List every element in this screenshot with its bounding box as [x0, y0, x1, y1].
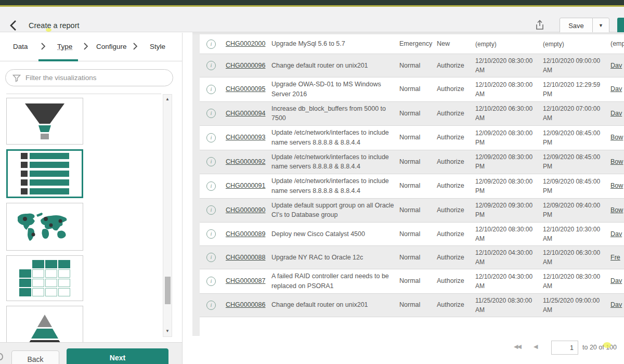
funnel-chart-icon — [20, 102, 70, 140]
viz-list-scrollbar[interactable]: ▲ ▼ — [163, 94, 172, 337]
assigned-to-link[interactable]: Bow — [610, 134, 623, 141]
priority-cell: Normal — [399, 157, 437, 167]
change-number-link[interactable]: CHG0000093 — [226, 134, 265, 141]
assigned-to-link[interactable]: Dav — [610, 277, 622, 284]
assigned-to-link[interactable]: Dav — [610, 110, 622, 117]
first-page-icon[interactable]: ◀◀ — [514, 343, 521, 350]
viz-thumbnail-pyramid-chart[interactable] — [6, 306, 83, 342]
table-row: i CHG0000086 Change default router on un… — [200, 294, 624, 317]
info-icon[interactable]: i — [206, 157, 216, 166]
step-configure[interactable]: Configure — [96, 43, 127, 50]
info-icon[interactable]: i — [206, 277, 216, 286]
step-style[interactable]: Style — [150, 43, 165, 50]
info-icon[interactable]: i — [206, 181, 216, 191]
change-number-link[interactable]: CHG0000090 — [226, 206, 265, 214]
info-icon[interactable]: i — [206, 205, 216, 215]
planned-start-cell: 12/10/2020 06:30:00 AM — [475, 104, 543, 123]
change-number-link[interactable]: CHG0000094 — [226, 110, 265, 117]
priority-cell: Normal — [399, 300, 437, 310]
assigned-to-link[interactable]: Dav — [610, 230, 622, 238]
info-icon[interactable]: i — [206, 61, 216, 70]
short-description-cell: Upgrade OWA-SD-01 to MS Windows Server 2… — [271, 80, 399, 99]
change-number-link[interactable]: CHG0000092 — [226, 158, 265, 165]
info-icon[interactable]: i — [206, 301, 216, 310]
state-cell: Authorize — [437, 300, 475, 310]
state-cell: Authorize — [437, 229, 475, 239]
change-number-link[interactable]: CHG0000091 — [226, 182, 265, 189]
change-number-link[interactable]: CHG0000088 — [226, 254, 265, 261]
info-icon[interactable]: i — [206, 133, 216, 142]
planned-start-cell: 12/09/2020 08:30:00 PM — [475, 128, 543, 147]
short-description-cell: Change default router on unix201 — [271, 61, 399, 71]
state-cell: Authorize — [437, 253, 475, 263]
state-cell: Authorize — [437, 84, 475, 94]
viz-thumbnail-world-map-chart[interactable] — [6, 203, 83, 251]
back-button[interactable]: Back — [11, 350, 59, 364]
info-icon[interactable]: i — [206, 109, 216, 118]
table-row: i CHG0000089 Deploy new Cisco Catalyst 4… — [200, 223, 624, 246]
state-cell: Authorize — [437, 276, 475, 286]
planned-end-cell: (empty) — [543, 40, 610, 49]
save-menu-button[interactable]: ▼ — [592, 18, 609, 34]
step-type[interactable]: Type — [57, 43, 72, 50]
short-description-cell: Update /etc/network/interfaces to includ… — [271, 128, 399, 148]
planned-end-cell: 12/10/2020 06:30:00 AM — [543, 248, 610, 267]
info-icon[interactable]: i — [206, 85, 216, 94]
scroll-up-icon[interactable]: ▲ — [163, 97, 172, 101]
table-row: i CHG0000087 A failed RAID controller ca… — [200, 269, 624, 294]
assigned-to-link[interactable]: Bow — [610, 206, 623, 214]
change-number-link[interactable]: CHG0000089 — [226, 230, 265, 238]
info-icon[interactable]: i — [206, 229, 216, 239]
previous-page-icon[interactable]: ◀ — [534, 343, 537, 350]
assigned-to-link[interactable]: Bow — [610, 158, 623, 165]
visualization-filter — [5, 69, 173, 86]
short-description-cell: Update /etc/network/interfaces to includ… — [271, 176, 399, 196]
planned-end-cell: 11/25/2020 09:00:00 AM — [543, 296, 610, 315]
table-row: i CHG0000088 Upgrade NY RAC to Oracle 12… — [200, 246, 624, 269]
share-icon[interactable] — [534, 19, 546, 32]
table-pagination: ◀◀ ◀ to 20 of 100 — [200, 339, 619, 357]
step-data[interactable]: Data — [13, 43, 28, 50]
change-number-link[interactable]: CHG0000096 — [226, 62, 265, 69]
active-step-indicator — [38, 59, 78, 61]
assigned-to-link[interactable]: Bow — [610, 182, 623, 189]
scrollbar-thumb[interactable] — [165, 277, 171, 304]
change-number-link[interactable]: CHG0000087 — [226, 277, 265, 284]
short-description-cell: Upgrade MySql 5.6 to 5.7 — [271, 39, 399, 49]
caret-down-icon: ▼ — [599, 23, 603, 28]
assigned-to-link[interactable]: Dav — [610, 62, 622, 69]
browser-top-bar — [0, 0, 624, 5]
back-chevron-icon[interactable] — [8, 19, 20, 32]
assigned-to-link[interactable]: Dav — [610, 301, 622, 308]
info-icon[interactable]: i — [206, 253, 216, 262]
short-description-cell: Update /etc/network/interfaces to includ… — [271, 152, 399, 172]
planned-start-cell: 12/10/2020 08:30:00 AM — [475, 225, 543, 243]
list-chart-icon — [21, 153, 69, 194]
assigned-to-link: (empty) — [610, 40, 624, 47]
planned-start-cell: 12/09/2020 08:30:00 PM — [475, 152, 543, 171]
page-range-text: to 20 of 100 — [582, 344, 617, 351]
state-cell: Authorize — [437, 109, 475, 119]
filter-visualizations-input[interactable] — [25, 70, 168, 85]
partial-primary-button[interactable] — [617, 18, 624, 34]
viz-thumbnail-funnel-chart[interactable] — [6, 98, 83, 145]
info-icon[interactable]: i — [206, 40, 216, 49]
viz-thumbnail-list-chart[interactable] — [6, 149, 83, 198]
assigned-to-link[interactable]: Fre — [610, 254, 620, 261]
scroll-down-icon[interactable]: ▼ — [163, 329, 172, 333]
visualization-list — [0, 94, 162, 342]
partial-edge-icon — [0, 353, 3, 360]
priority-cell: Normal — [399, 229, 437, 239]
assigned-to-link[interactable]: Dav — [610, 85, 622, 93]
change-number-link[interactable]: CHG0002000 — [226, 40, 265, 47]
change-number-link[interactable]: CHG0000086 — [226, 301, 265, 308]
page-number-input[interactable] — [551, 341, 578, 355]
viz-thumbnail-heatmap-chart[interactable] — [6, 255, 83, 301]
next-button[interactable]: Next — [67, 348, 168, 364]
priority-cell: Normal — [399, 109, 437, 119]
state-cell: Authorize — [437, 181, 475, 191]
state-cell: Authorize — [437, 157, 475, 167]
heatmap-chart-icon — [19, 260, 70, 296]
save-button[interactable]: Save — [560, 18, 593, 34]
change-number-link[interactable]: CHG0000095 — [226, 85, 265, 93]
